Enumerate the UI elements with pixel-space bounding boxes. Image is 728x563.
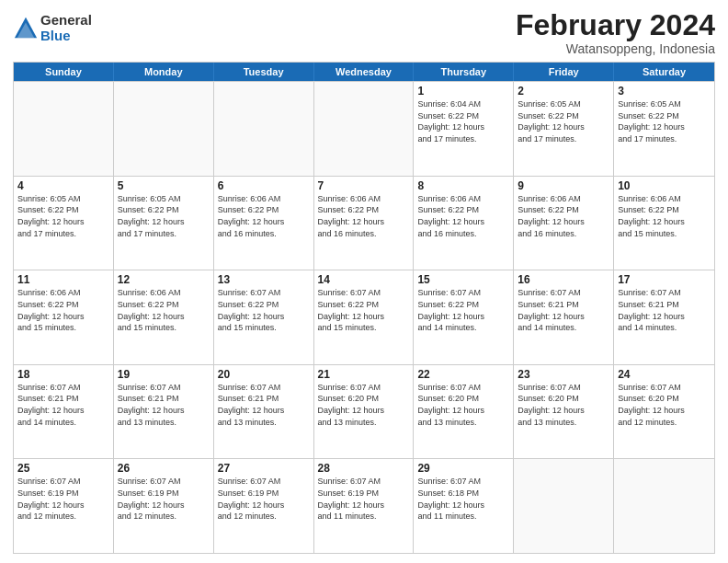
day-header-tuesday: Tuesday [214, 63, 314, 81]
logo-text: General Blue [40, 13, 92, 43]
day-cell-23: 23Sunrise: 6:07 AM Sunset: 6:20 PM Dayli… [514, 365, 614, 459]
day-info: Sunrise: 6:07 AM Sunset: 6:21 PM Dayligh… [518, 287, 609, 333]
day-info: Sunrise: 6:07 AM Sunset: 6:21 PM Dayligh… [118, 382, 210, 428]
day-cell-17: 17Sunrise: 6:07 AM Sunset: 6:21 PM Dayli… [614, 270, 714, 364]
week-row-5: 25Sunrise: 6:07 AM Sunset: 6:19 PM Dayli… [14, 458, 714, 553]
header: General Blue February 2024 Watansoppeng,… [13, 9, 715, 56]
day-cell-6: 6Sunrise: 6:06 AM Sunset: 6:22 PM Daylig… [214, 177, 314, 270]
day-number: 16 [518, 273, 609, 286]
day-info: Sunrise: 6:05 AM Sunset: 6:22 PM Dayligh… [518, 98, 609, 144]
logo: General Blue [13, 13, 92, 43]
day-info: Sunrise: 6:06 AM Sunset: 6:22 PM Dayligh… [17, 287, 109, 333]
day-info: Sunrise: 6:04 AM Sunset: 6:22 PM Dayligh… [417, 98, 509, 144]
day-number: 23 [518, 368, 609, 381]
day-cell-12: 12Sunrise: 6:06 AM Sunset: 6:22 PM Dayli… [114, 270, 214, 364]
week-row-3: 11Sunrise: 6:06 AM Sunset: 6:22 PM Dayli… [14, 270, 714, 364]
day-cell-16: 16Sunrise: 6:07 AM Sunset: 6:21 PM Dayli… [514, 270, 614, 364]
day-info: Sunrise: 6:07 AM Sunset: 6:22 PM Dayligh… [417, 287, 509, 333]
day-info: Sunrise: 6:07 AM Sunset: 6:20 PM Dayligh… [618, 382, 711, 428]
day-number: 6 [218, 179, 310, 192]
day-number: 22 [417, 368, 509, 381]
logo-general-text: General [40, 13, 92, 29]
day-number: 18 [17, 368, 109, 381]
day-info: Sunrise: 6:07 AM Sunset: 6:19 PM Dayligh… [218, 476, 310, 522]
logo-blue-text: Blue [40, 29, 92, 44]
logo-icon [13, 16, 39, 41]
day-number: 29 [417, 462, 509, 475]
day-number: 15 [417, 273, 509, 286]
day-number: 8 [417, 179, 509, 192]
day-cell-22: 22Sunrise: 6:07 AM Sunset: 6:20 PM Dayli… [414, 365, 514, 459]
day-number: 9 [518, 179, 609, 192]
day-cell-8: 8Sunrise: 6:06 AM Sunset: 6:22 PM Daylig… [414, 177, 514, 270]
day-number: 28 [318, 462, 410, 475]
day-cell-15: 15Sunrise: 6:07 AM Sunset: 6:22 PM Dayli… [414, 270, 514, 364]
day-cell-empty [214, 82, 314, 176]
day-number: 24 [618, 368, 711, 381]
day-number: 10 [618, 179, 711, 192]
day-cell-14: 14Sunrise: 6:07 AM Sunset: 6:22 PM Dayli… [314, 270, 415, 364]
day-header-sunday: Sunday [14, 63, 114, 81]
day-info: Sunrise: 6:06 AM Sunset: 6:22 PM Dayligh… [518, 193, 609, 239]
day-info: Sunrise: 6:07 AM Sunset: 6:19 PM Dayligh… [118, 476, 210, 522]
day-number: 27 [218, 462, 310, 475]
day-header-thursday: Thursday [414, 63, 514, 81]
week-row-1: 1Sunrise: 6:04 AM Sunset: 6:22 PM Daylig… [14, 81, 714, 176]
day-header-monday: Monday [114, 63, 214, 81]
day-number: 1 [417, 85, 509, 98]
day-number: 19 [118, 368, 210, 381]
day-info: Sunrise: 6:06 AM Sunset: 6:22 PM Dayligh… [318, 193, 410, 239]
calendar: SundayMondayTuesdayWednesdayThursdayFrid… [13, 62, 715, 554]
day-cell-10: 10Sunrise: 6:06 AM Sunset: 6:22 PM Dayli… [614, 177, 714, 270]
calendar-header: SundayMondayTuesdayWednesdayThursdayFrid… [14, 63, 714, 81]
day-info: Sunrise: 6:07 AM Sunset: 6:18 PM Dayligh… [417, 476, 509, 522]
day-info: Sunrise: 6:06 AM Sunset: 6:22 PM Dayligh… [618, 193, 711, 239]
day-info: Sunrise: 6:05 AM Sunset: 6:22 PM Dayligh… [618, 98, 711, 144]
day-number: 4 [17, 179, 109, 192]
day-cell-29: 29Sunrise: 6:07 AM Sunset: 6:18 PM Dayli… [414, 459, 514, 553]
day-cell-empty [314, 82, 415, 176]
day-cell-19: 19Sunrise: 6:07 AM Sunset: 6:21 PM Dayli… [114, 365, 214, 459]
day-cell-21: 21Sunrise: 6:07 AM Sunset: 6:20 PM Dayli… [314, 365, 415, 459]
day-cell-13: 13Sunrise: 6:07 AM Sunset: 6:22 PM Dayli… [214, 270, 314, 364]
day-cell-18: 18Sunrise: 6:07 AM Sunset: 6:21 PM Dayli… [14, 365, 114, 459]
day-info: Sunrise: 6:07 AM Sunset: 6:19 PM Dayligh… [17, 476, 109, 522]
day-number: 7 [318, 179, 410, 192]
day-header-friday: Friday [514, 63, 614, 81]
day-header-wednesday: Wednesday [314, 63, 415, 81]
calendar-body: 1Sunrise: 6:04 AM Sunset: 6:22 PM Daylig… [14, 81, 714, 553]
day-number: 17 [618, 273, 711, 286]
day-cell-20: 20Sunrise: 6:07 AM Sunset: 6:21 PM Dayli… [214, 365, 314, 459]
day-info: Sunrise: 6:07 AM Sunset: 6:20 PM Dayligh… [518, 382, 609, 428]
day-cell-24: 24Sunrise: 6:07 AM Sunset: 6:20 PM Dayli… [614, 365, 714, 459]
day-cell-empty [114, 82, 214, 176]
week-row-4: 18Sunrise: 6:07 AM Sunset: 6:21 PM Dayli… [14, 364, 714, 459]
day-info: Sunrise: 6:06 AM Sunset: 6:22 PM Dayligh… [118, 287, 210, 333]
day-info: Sunrise: 6:07 AM Sunset: 6:21 PM Dayligh… [218, 382, 310, 428]
day-cell-empty [514, 459, 614, 553]
day-cell-7: 7Sunrise: 6:06 AM Sunset: 6:22 PM Daylig… [314, 177, 415, 270]
day-info: Sunrise: 6:05 AM Sunset: 6:22 PM Dayligh… [118, 193, 210, 239]
day-info: Sunrise: 6:07 AM Sunset: 6:21 PM Dayligh… [17, 382, 109, 428]
day-number: 20 [218, 368, 310, 381]
day-cell-9: 9Sunrise: 6:06 AM Sunset: 6:22 PM Daylig… [514, 177, 614, 270]
day-info: Sunrise: 6:06 AM Sunset: 6:22 PM Dayligh… [417, 193, 509, 239]
day-cell-empty [614, 459, 714, 553]
day-cell-empty [14, 82, 114, 176]
day-number: 3 [618, 85, 711, 98]
title-block: February 2024 Watansoppeng, Indonesia [516, 9, 715, 56]
day-number: 26 [118, 462, 210, 475]
day-number: 21 [318, 368, 410, 381]
day-cell-2: 2Sunrise: 6:05 AM Sunset: 6:22 PM Daylig… [514, 82, 614, 176]
day-info: Sunrise: 6:07 AM Sunset: 6:20 PM Dayligh… [318, 382, 410, 428]
day-number: 12 [118, 273, 210, 286]
day-info: Sunrise: 6:07 AM Sunset: 6:22 PM Dayligh… [318, 287, 410, 333]
day-number: 11 [17, 273, 109, 286]
day-number: 5 [118, 179, 210, 192]
day-cell-27: 27Sunrise: 6:07 AM Sunset: 6:19 PM Dayli… [214, 459, 314, 553]
day-cell-25: 25Sunrise: 6:07 AM Sunset: 6:19 PM Dayli… [14, 459, 114, 553]
main-title: February 2024 [516, 9, 715, 41]
week-row-2: 4Sunrise: 6:05 AM Sunset: 6:22 PM Daylig… [14, 176, 714, 270]
day-header-saturday: Saturday [614, 63, 714, 81]
day-number: 2 [518, 85, 609, 98]
